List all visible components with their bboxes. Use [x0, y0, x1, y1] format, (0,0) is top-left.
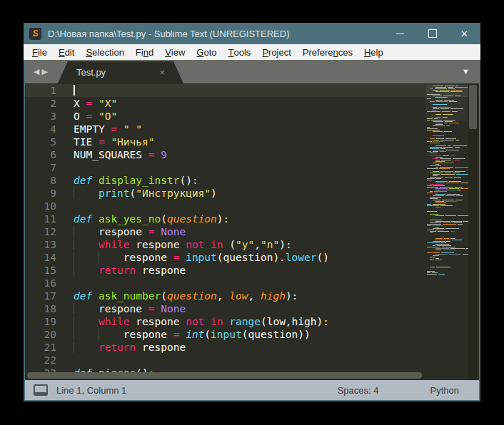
minimap-row	[427, 158, 466, 159]
line-number[interactable]: 17	[25, 290, 69, 302]
minimap-row	[427, 254, 466, 255]
minimap-row	[427, 131, 466, 132]
menu-item-project[interactable]: Project	[256, 44, 296, 60]
code-line[interactable]: 10	[25, 200, 479, 212]
line-content: def ask_number(question, low, high):	[69, 290, 298, 302]
line-number[interactable]: 22	[25, 354, 69, 367]
tab-nav-arrows: ◀ ▶	[25, 60, 55, 83]
minimap-row	[427, 262, 466, 263]
code-line[interactable]: 5TIE = "Ничья"	[25, 135, 479, 148]
minimap-row	[427, 188, 466, 189]
line-number[interactable]: 2	[25, 97, 69, 110]
horizontal-scrollbar-thumb[interactable]	[27, 372, 422, 379]
cursor-position: Line 1, Column 1	[56, 385, 126, 396]
menu-item-tools[interactable]: Tools	[223, 44, 257, 60]
minimap-row	[427, 137, 466, 138]
minimap-row	[427, 135, 466, 136]
code-line[interactable]: 15 return respone	[25, 264, 479, 277]
menu-item-find[interactable]: Find	[130, 44, 159, 60]
close-button[interactable]: ✕	[448, 23, 480, 44]
minimap-row	[427, 133, 466, 133]
code-line[interactable]: 14 respone = input(question).lower()	[25, 251, 479, 264]
line-number[interactable]: 12	[25, 225, 69, 238]
minimap-row	[427, 242, 466, 243]
line-number[interactable]: 20	[25, 328, 69, 341]
line-number[interactable]: 10	[25, 200, 69, 212]
panel-toggle-icon[interactable]	[34, 384, 48, 396]
minimap-row	[427, 211, 466, 212]
minimap-row	[427, 251, 466, 252]
line-number[interactable]: 19	[25, 315, 69, 328]
code-line[interactable]: 20 respone = int(input(question))	[25, 328, 479, 341]
line-number[interactable]: 6	[25, 148, 69, 161]
tab-testpy[interactable]: Test.py ×	[58, 61, 183, 83]
code-line[interactable]: 19 while respone not in range(low,high):	[25, 315, 479, 328]
line-number[interactable]: 7	[25, 161, 69, 174]
line-number[interactable]: 8	[25, 174, 69, 187]
line-number[interactable]: 9	[25, 187, 69, 200]
minimap-row	[427, 187, 466, 188]
code-line[interactable]: 11def ask_yes_no(question):	[25, 212, 479, 225]
minimap[interactable]	[427, 86, 466, 380]
menu-item-view[interactable]: View	[159, 44, 191, 60]
line-number[interactable]: 4	[25, 123, 69, 135]
nav-back-icon[interactable]: ◀	[34, 68, 39, 76]
tab-close-icon[interactable]: ×	[159, 68, 165, 77]
minimap-row	[427, 224, 466, 225]
editor-area[interactable]: 12X = "X"3O = "O"4EMPTY = " "5TIE = "Нич…	[25, 83, 479, 380]
code-line[interactable]: 21 return respone	[25, 341, 479, 354]
code-line[interactable]: 2X = "X"	[25, 97, 479, 110]
line-number[interactable]: 15	[25, 264, 69, 277]
code-line[interactable]: 1	[25, 84, 479, 97]
line-number[interactable]: 18	[25, 302, 69, 315]
minimize-button[interactable]	[384, 23, 416, 44]
code-line[interactable]: 12 respone = None	[25, 225, 479, 238]
minimize-icon	[396, 34, 404, 34]
code-line[interactable]: 4EMPTY = " "	[25, 123, 479, 135]
minimap-row	[427, 190, 466, 190]
minimap-row	[427, 168, 466, 169]
syntax-selector[interactable]: Python	[430, 385, 459, 396]
line-number[interactable]: 14	[25, 251, 69, 264]
sublime-text-window: S D:\Новая папка\Test.py - Sublime Text …	[24, 23, 480, 401]
code-line[interactable]: 7	[25, 161, 479, 174]
code-line[interactable]: 17def ask_number(question, low, high):	[25, 290, 479, 302]
menu-item-edit[interactable]: Edit	[53, 44, 80, 60]
code-line[interactable]: 3O = "O"	[25, 110, 479, 123]
minimap-row	[427, 160, 466, 160]
vertical-scrollbar[interactable]	[468, 83, 478, 380]
text-cursor	[74, 85, 75, 96]
line-number[interactable]: 21	[25, 341, 69, 354]
line-number[interactable]: 16	[25, 277, 69, 290]
minimap-row	[427, 130, 466, 130]
minimap-row	[427, 271, 466, 272]
code-line[interactable]: 13 while respone not in ("y","n"):	[25, 238, 479, 251]
menu-item-help[interactable]: Help	[358, 44, 389, 60]
code-line[interactable]: 18 respone = None	[25, 302, 479, 315]
vertical-scrollbar-thumb[interactable]	[469, 85, 477, 129]
line-number[interactable]: 13	[25, 238, 69, 251]
line-number[interactable]: 5	[25, 135, 69, 148]
menu-item-selection[interactable]: Selection	[80, 44, 129, 60]
menu-item-preferences[interactable]: Preferences	[297, 44, 358, 60]
tab-overflow-icon[interactable]: ▼	[462, 68, 470, 76]
code-line[interactable]: 6NUM_SQUARES = 9	[25, 148, 479, 161]
code-line[interactable]: 16	[25, 277, 479, 290]
line-number[interactable]: 3	[25, 110, 69, 123]
minimap-row	[427, 258, 466, 259]
code-line[interactable]: 8def display_instr():	[25, 174, 479, 187]
minimap-row	[427, 201, 466, 202]
menu-item-file[interactable]: File	[26, 44, 53, 60]
line-number[interactable]: 11	[25, 212, 69, 225]
minimap-row	[427, 163, 466, 163]
maximize-button[interactable]	[416, 23, 448, 44]
menu-item-goto[interactable]: Goto	[191, 44, 222, 60]
indent-setting[interactable]: Spaces: 4	[338, 385, 379, 396]
code-line[interactable]: 22	[25, 354, 479, 367]
nav-forward-icon[interactable]: ▶	[41, 68, 47, 76]
minimap-row	[427, 212, 466, 213]
minimap-row	[427, 194, 466, 195]
code-line[interactable]: 9 print("Инструкция")	[25, 187, 479, 200]
line-number[interactable]: 1	[25, 84, 69, 97]
line-content	[69, 161, 74, 174]
